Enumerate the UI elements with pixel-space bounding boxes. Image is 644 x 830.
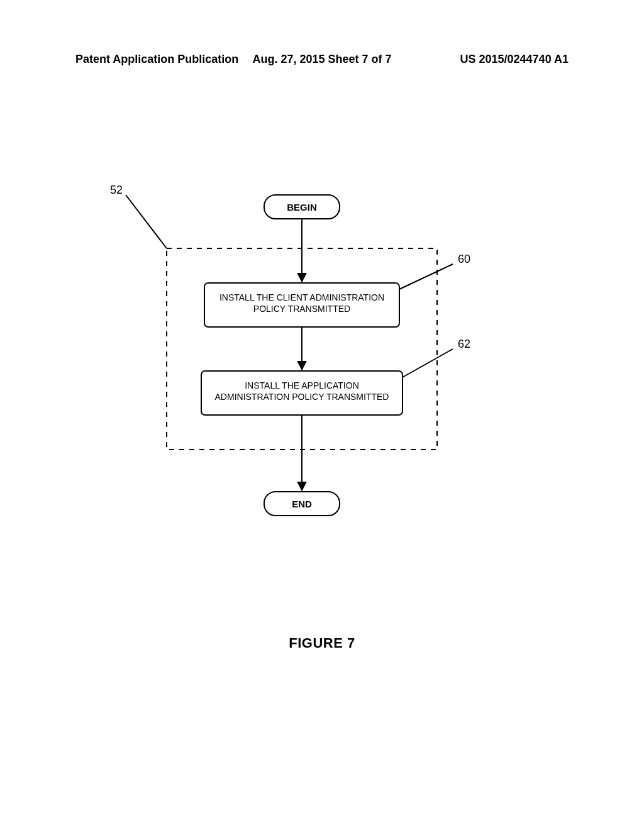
process-step-60-line1: INSTALL THE CLIENT ADMINISTRATION bbox=[219, 292, 384, 302]
terminator-begin-label: BEGIN bbox=[287, 202, 317, 213]
patent-header: Patent Application Publication Aug. 27, … bbox=[75, 53, 569, 66]
terminator-end-label: END bbox=[292, 499, 312, 509]
ref-52: 52 bbox=[110, 184, 123, 196]
figure-caption: FIGURE 7 bbox=[0, 635, 644, 651]
leader-62 bbox=[402, 349, 453, 377]
header-date-sheet: Aug. 27, 2015 Sheet 7 of 7 bbox=[240, 53, 404, 66]
header-publication: Patent Application Publication bbox=[75, 53, 240, 66]
ref-62: 62 bbox=[458, 338, 470, 350]
ref-60: 60 bbox=[458, 253, 470, 265]
leader-52 bbox=[126, 195, 167, 248]
process-step-60-line2: POLICY TRANSMITTED bbox=[253, 304, 350, 314]
header-patent-number: US 2015/0244740 A1 bbox=[404, 53, 569, 66]
flowchart: BEGIN INSTALL THE CLIENT ADMINISTRATION … bbox=[0, 163, 644, 667]
leader-60 bbox=[399, 264, 453, 289]
process-step-62-line2: ADMINISTRATION POLICY TRANSMITTED bbox=[215, 392, 389, 402]
page: Patent Application Publication Aug. 27, … bbox=[0, 0, 644, 830]
process-step-62-line1: INSTALL THE APPLICATION bbox=[245, 380, 359, 390]
